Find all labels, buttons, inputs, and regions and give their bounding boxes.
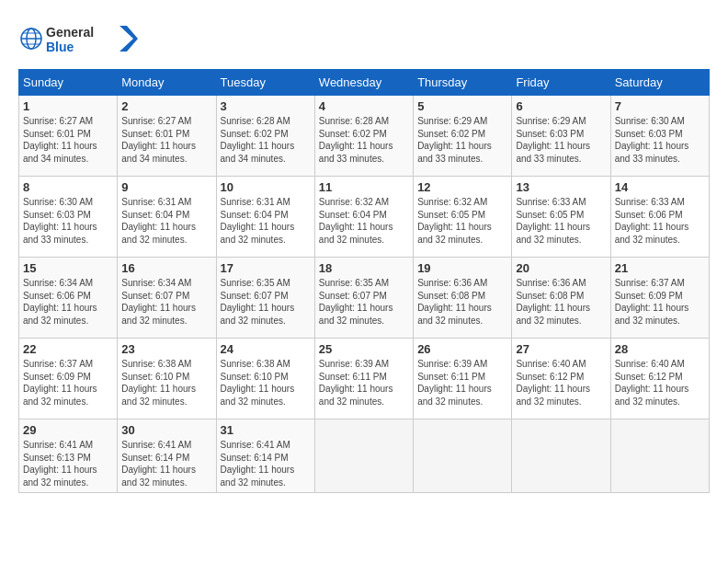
calendar-cell: 4 Sunrise: 6:28 AM Sunset: 6:02 PM Dayli… (314, 96, 413, 177)
page-header: General Blue (18, 18, 710, 60)
calendar-cell: 6 Sunrise: 6:29 AM Sunset: 6:03 PM Dayli… (512, 96, 610, 177)
day-number: 2 (121, 99, 211, 113)
day-info: Sunrise: 6:37 AM Sunset: 6:09 PM Dayligh… (23, 358, 113, 408)
day-number: 12 (417, 180, 507, 194)
day-number: 7 (615, 99, 705, 113)
day-number: 23 (121, 342, 211, 356)
day-number: 20 (516, 261, 606, 275)
day-number: 13 (516, 180, 606, 194)
logo: General Blue (18, 18, 138, 60)
calendar-cell: 24 Sunrise: 6:38 AM Sunset: 6:10 PM Dayl… (216, 339, 314, 419)
day-info: Sunrise: 6:38 AM Sunset: 6:10 PM Dayligh… (121, 358, 211, 408)
weekday-header-row: SundayMondayTuesdayWednesdayThursdayFrid… (19, 70, 710, 96)
calendar-cell: 30 Sunrise: 6:41 AM Sunset: 6:14 PM Dayl… (118, 419, 216, 493)
weekday-header-monday: Monday (118, 70, 216, 96)
calendar-cell (314, 419, 413, 493)
weekday-header-friday: Friday (512, 70, 610, 96)
day-number: 26 (417, 342, 507, 356)
calendar-cell: 14 Sunrise: 6:33 AM Sunset: 6:06 PM Dayl… (610, 177, 709, 258)
calendar-cell (512, 419, 610, 493)
calendar-cell: 9 Sunrise: 6:31 AM Sunset: 6:04 PM Dayli… (118, 177, 216, 258)
weekday-header-saturday: Saturday (610, 70, 709, 96)
day-number: 31 (221, 423, 311, 437)
day-number: 25 (319, 342, 409, 356)
calendar-cell: 22 Sunrise: 6:37 AM Sunset: 6:09 PM Dayl… (19, 339, 118, 419)
calendar-cell: 21 Sunrise: 6:37 AM Sunset: 6:09 PM Dayl… (610, 258, 709, 339)
calendar-week-row: 29 Sunrise: 6:41 AM Sunset: 6:13 PM Dayl… (19, 419, 710, 493)
day-info: Sunrise: 6:34 AM Sunset: 6:06 PM Dayligh… (23, 277, 113, 327)
day-info: Sunrise: 6:30 AM Sunset: 6:03 PM Dayligh… (615, 115, 705, 165)
day-number: 19 (417, 261, 507, 275)
calendar-cell: 10 Sunrise: 6:31 AM Sunset: 6:04 PM Dayl… (216, 177, 314, 258)
day-number: 5 (417, 99, 507, 113)
weekday-header-tuesday: Tuesday (216, 70, 314, 96)
calendar-cell: 25 Sunrise: 6:39 AM Sunset: 6:11 PM Dayl… (314, 339, 413, 419)
day-info: Sunrise: 6:33 AM Sunset: 6:05 PM Dayligh… (516, 196, 606, 246)
calendar-cell: 7 Sunrise: 6:30 AM Sunset: 6:03 PM Dayli… (610, 96, 709, 177)
day-info: Sunrise: 6:40 AM Sunset: 6:12 PM Dayligh… (615, 358, 705, 408)
day-number: 8 (23, 180, 113, 194)
calendar-table: SundayMondayTuesdayWednesdayThursdayFrid… (18, 69, 710, 493)
day-number: 4 (319, 99, 409, 113)
calendar-cell: 28 Sunrise: 6:40 AM Sunset: 6:12 PM Dayl… (610, 339, 709, 419)
calendar-cell: 29 Sunrise: 6:41 AM Sunset: 6:13 PM Dayl… (19, 419, 118, 493)
calendar-cell: 18 Sunrise: 6:35 AM Sunset: 6:07 PM Dayl… (314, 258, 413, 339)
day-info: Sunrise: 6:41 AM Sunset: 6:13 PM Dayligh… (23, 439, 113, 488)
calendar-cell: 27 Sunrise: 6:40 AM Sunset: 6:12 PM Dayl… (512, 339, 610, 419)
calendar-cell: 17 Sunrise: 6:35 AM Sunset: 6:07 PM Dayl… (216, 258, 314, 339)
calendar-week-row: 15 Sunrise: 6:34 AM Sunset: 6:06 PM Dayl… (19, 258, 710, 339)
calendar-cell (610, 419, 709, 493)
day-info: Sunrise: 6:40 AM Sunset: 6:12 PM Dayligh… (516, 358, 606, 408)
day-number: 22 (23, 342, 113, 356)
calendar-cell: 19 Sunrise: 6:36 AM Sunset: 6:08 PM Dayl… (414, 258, 512, 339)
weekday-header-sunday: Sunday (19, 70, 118, 96)
day-info: Sunrise: 6:31 AM Sunset: 6:04 PM Dayligh… (121, 196, 211, 246)
day-info: Sunrise: 6:27 AM Sunset: 6:01 PM Dayligh… (23, 115, 113, 165)
day-number: 18 (319, 261, 409, 275)
day-info: Sunrise: 6:41 AM Sunset: 6:14 PM Dayligh… (121, 439, 211, 488)
calendar-cell: 15 Sunrise: 6:34 AM Sunset: 6:06 PM Dayl… (19, 258, 118, 339)
calendar-cell (414, 419, 512, 493)
day-info: Sunrise: 6:41 AM Sunset: 6:14 PM Dayligh… (221, 439, 311, 488)
calendar-week-row: 1 Sunrise: 6:27 AM Sunset: 6:01 PM Dayli… (19, 96, 710, 177)
day-info: Sunrise: 6:33 AM Sunset: 6:06 PM Dayligh… (615, 196, 705, 246)
day-info: Sunrise: 6:34 AM Sunset: 6:07 PM Dayligh… (121, 277, 211, 327)
day-info: Sunrise: 6:31 AM Sunset: 6:04 PM Dayligh… (221, 196, 311, 246)
calendar-cell: 5 Sunrise: 6:29 AM Sunset: 6:02 PM Dayli… (414, 96, 512, 177)
day-info: Sunrise: 6:30 AM Sunset: 6:03 PM Dayligh… (23, 196, 113, 246)
calendar-week-row: 22 Sunrise: 6:37 AM Sunset: 6:09 PM Dayl… (19, 339, 710, 419)
day-number: 15 (23, 261, 113, 275)
day-info: Sunrise: 6:36 AM Sunset: 6:08 PM Dayligh… (417, 277, 507, 327)
day-info: Sunrise: 6:28 AM Sunset: 6:02 PM Dayligh… (221, 115, 311, 165)
day-number: 3 (221, 99, 311, 113)
day-number: 16 (121, 261, 211, 275)
day-info: Sunrise: 6:39 AM Sunset: 6:11 PM Dayligh… (417, 358, 507, 408)
day-info: Sunrise: 6:32 AM Sunset: 6:05 PM Dayligh… (417, 196, 507, 246)
calendar-cell: 2 Sunrise: 6:27 AM Sunset: 6:01 PM Dayli… (118, 96, 216, 177)
day-info: Sunrise: 6:35 AM Sunset: 6:07 PM Dayligh… (221, 277, 311, 327)
day-info: Sunrise: 6:37 AM Sunset: 6:09 PM Dayligh… (615, 277, 705, 327)
calendar-cell: 26 Sunrise: 6:39 AM Sunset: 6:11 PM Dayl… (414, 339, 512, 419)
weekday-header-wednesday: Wednesday (314, 70, 413, 96)
day-number: 29 (23, 423, 113, 437)
svg-text:Blue: Blue (46, 40, 74, 54)
day-info: Sunrise: 6:35 AM Sunset: 6:07 PM Dayligh… (319, 277, 409, 327)
day-number: 6 (516, 99, 606, 113)
day-number: 1 (23, 99, 113, 113)
logo-svg: General Blue (18, 18, 138, 60)
weekday-header-thursday: Thursday (414, 70, 512, 96)
day-info: Sunrise: 6:36 AM Sunset: 6:08 PM Dayligh… (516, 277, 606, 327)
svg-marker-7 (119, 26, 138, 52)
calendar-week-row: 8 Sunrise: 6:30 AM Sunset: 6:03 PM Dayli… (19, 177, 710, 258)
day-info: Sunrise: 6:29 AM Sunset: 6:03 PM Dayligh… (516, 115, 606, 165)
day-info: Sunrise: 6:27 AM Sunset: 6:01 PM Dayligh… (121, 115, 211, 165)
calendar-cell: 23 Sunrise: 6:38 AM Sunset: 6:10 PM Dayl… (118, 339, 216, 419)
day-number: 21 (615, 261, 705, 275)
calendar-cell: 16 Sunrise: 6:34 AM Sunset: 6:07 PM Dayl… (118, 258, 216, 339)
day-info: Sunrise: 6:29 AM Sunset: 6:02 PM Dayligh… (417, 115, 507, 165)
calendar-cell: 8 Sunrise: 6:30 AM Sunset: 6:03 PM Dayli… (19, 177, 118, 258)
day-info: Sunrise: 6:39 AM Sunset: 6:11 PM Dayligh… (319, 358, 409, 408)
day-number: 27 (516, 342, 606, 356)
day-number: 24 (221, 342, 311, 356)
day-number: 30 (121, 423, 211, 437)
